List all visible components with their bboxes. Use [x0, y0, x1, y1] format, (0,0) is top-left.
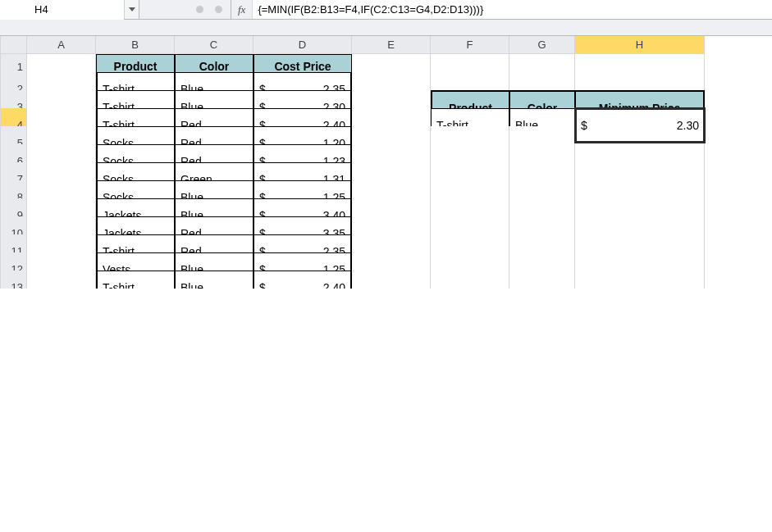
- name-box-dropdown[interactable]: [124, 0, 139, 19]
- col-head-B[interactable]: B: [96, 36, 175, 54]
- cancel-icon: [196, 6, 203, 13]
- currency-value: 2.30: [677, 119, 699, 132]
- formula-input[interactable]: {=MIN(IF(B2:B13=F4,IF(C2:C13=G4,D2:D13))…: [253, 0, 772, 19]
- lookup-min-cell[interactable]: $2.30: [575, 108, 705, 143]
- empty-cell[interactable]: [27, 271, 96, 289]
- currency-symbol: $: [581, 119, 587, 132]
- currency-symbol: $: [259, 281, 266, 289]
- col-head-H[interactable]: H: [575, 36, 705, 54]
- empty-cell[interactable]: [509, 271, 575, 289]
- product-cell[interactable]: T-shirt: [96, 271, 175, 289]
- col-head-G[interactable]: G: [509, 36, 575, 54]
- col-head-F[interactable]: F: [431, 36, 509, 54]
- currency-value: 2.40: [323, 281, 345, 289]
- row-head-13[interactable]: 13: [1, 271, 27, 289]
- col-head-E[interactable]: E: [352, 36, 431, 54]
- formula-bar-buttons: [139, 0, 231, 19]
- empty-cell[interactable]: [575, 271, 705, 289]
- formula-bar: H4 fx {=MIN(IF(B2:B13=F4,IF(C2:C13=G4,D2…: [0, 0, 772, 20]
- cost-cell[interactable]: $2.40: [254, 271, 352, 289]
- chevron-down-icon: [129, 7, 135, 11]
- formula-bar-spacer: [0, 20, 772, 36]
- name-box[interactable]: H4: [0, 0, 124, 20]
- enter-icon: [215, 6, 222, 13]
- name-box-wrap: H4: [0, 0, 139, 19]
- color-cell[interactable]: Blue: [175, 271, 254, 289]
- worksheet-grid[interactable]: ABCDEFGH1ProductColorCost Price2T-shirtB…: [0, 36, 772, 289]
- empty-cell[interactable]: [352, 271, 431, 289]
- col-head-C[interactable]: C: [175, 36, 254, 54]
- select-all-corner[interactable]: [1, 36, 27, 54]
- empty-cell[interactable]: [431, 271, 509, 289]
- col-head-A[interactable]: A: [27, 36, 96, 54]
- col-head-D[interactable]: D: [254, 36, 352, 54]
- insert-function-button[interactable]: fx: [231, 0, 253, 19]
